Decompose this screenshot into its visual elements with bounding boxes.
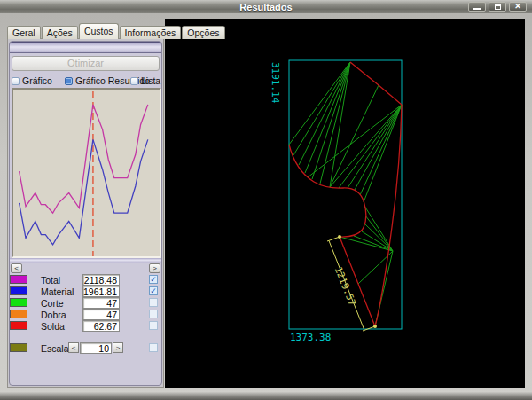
dobra-label: Dobra [41, 310, 66, 320]
title-bar[interactable]: Resultados ✕ [0, 0, 532, 13]
total-value-field[interactable] [82, 274, 120, 286]
cad-viewport[interactable]: 3191.14 1373.38 1219.57 [165, 19, 525, 388]
escala-value-field[interactable] [80, 342, 112, 354]
tab-custos[interactable]: Custos [79, 23, 119, 39]
legend-row-material: Material [10, 286, 161, 297]
panel-separator-band [10, 258, 161, 263]
legend-row-solda: Solda [10, 321, 161, 332]
window-bottom-edge [0, 392, 532, 400]
panel-header-band [10, 42, 161, 53]
escala-increment-button[interactable]: > [113, 342, 123, 353]
costs-panel: Otimizar Gráfico Gráfico Resumido Lista [9, 41, 162, 386]
window-controls: ✕ [468, 2, 527, 12]
legend-row-corte: Corte [10, 298, 161, 309]
scroll-left-button[interactable]: < [11, 263, 22, 273]
tab-strip: Geral Ações Custos Informações Opções [7, 24, 226, 39]
close-button[interactable]: ✕ [509, 2, 527, 12]
app-window: Resultados ✕ Geral Ações Custos Informaç… [0, 0, 532, 400]
dobra-checkbox[interactable] [149, 310, 158, 318]
solda-label: Solda [41, 321, 65, 332]
view-mode-grafico[interactable]: Gráfico [12, 75, 52, 86]
radio-lista[interactable] [130, 77, 138, 85]
close-icon: ✕ [514, 3, 521, 11]
bounding-height-label: 3191.14 [270, 62, 281, 104]
maximize-icon [495, 4, 501, 10]
material-checkbox[interactable] [149, 286, 158, 295]
radio-grafico[interactable] [12, 77, 20, 85]
view-mode-row: Gráfico Gráfico Resumido Lista [10, 75, 161, 86]
escala-label: Escala [41, 343, 69, 354]
solda-value-field[interactable] [82, 320, 120, 332]
corte-value-field[interactable] [82, 297, 120, 309]
tab-opcoes[interactable]: Opções [182, 26, 224, 39]
chart-series-material [20, 139, 148, 244]
cost-chart [12, 88, 161, 258]
edge-dimension-label: 1219.57 [332, 265, 358, 308]
optimize-button[interactable]: Otimizar [12, 56, 160, 71]
scroll-right-button[interactable]: > [149, 263, 160, 273]
radio-lista-label: Lista [141, 75, 160, 86]
legend-row-total: Total [10, 275, 161, 286]
window-title: Resultados [239, 2, 292, 12]
view-mode-lista[interactable]: Lista [130, 75, 160, 86]
corte-checkbox[interactable] [149, 298, 158, 307]
tab-informacoes[interactable]: Informações [120, 26, 182, 39]
escala-row: Escala < > [10, 343, 161, 354]
material-label: Material [41, 286, 74, 297]
tab-acoes[interactable]: Ações [42, 26, 78, 39]
radio-grafico-resumido[interactable] [65, 77, 73, 85]
solda-checkbox[interactable] [149, 321, 158, 330]
minimize-button[interactable] [468, 2, 486, 12]
material-color-swatch [10, 286, 27, 295]
costs-tab-page: Otimizar Gráfico Gráfico Resumido Lista [7, 38, 164, 388]
bounding-width-label: 1373.38 [290, 332, 331, 343]
tab-geral[interactable]: Geral [7, 26, 41, 39]
cost-chart-canvas [13, 90, 160, 256]
solda-color-swatch [10, 321, 27, 330]
escala-decrement-button[interactable]: < [68, 342, 79, 353]
minimize-icon [473, 8, 481, 10]
legend-row-dobra: Dobra [10, 310, 161, 320]
maximize-button[interactable] [489, 2, 506, 12]
escala-color-swatch [10, 343, 27, 352]
material-value-field[interactable] [82, 286, 120, 297]
cad-drawing: 3191.14 1373.38 1219.57 [165, 19, 525, 388]
dobra-value-field[interactable] [82, 309, 120, 320]
radio-grafico-label: Gráfico [22, 75, 52, 86]
corte-label: Corte [41, 298, 64, 309]
dobra-color-swatch [10, 310, 27, 318]
corte-color-swatch [10, 298, 27, 307]
chart-series-total [20, 105, 148, 213]
total-label: Total [41, 275, 60, 286]
escala-checkbox[interactable] [149, 343, 158, 352]
total-checkbox[interactable] [149, 275, 158, 284]
total-color-swatch [10, 275, 27, 284]
